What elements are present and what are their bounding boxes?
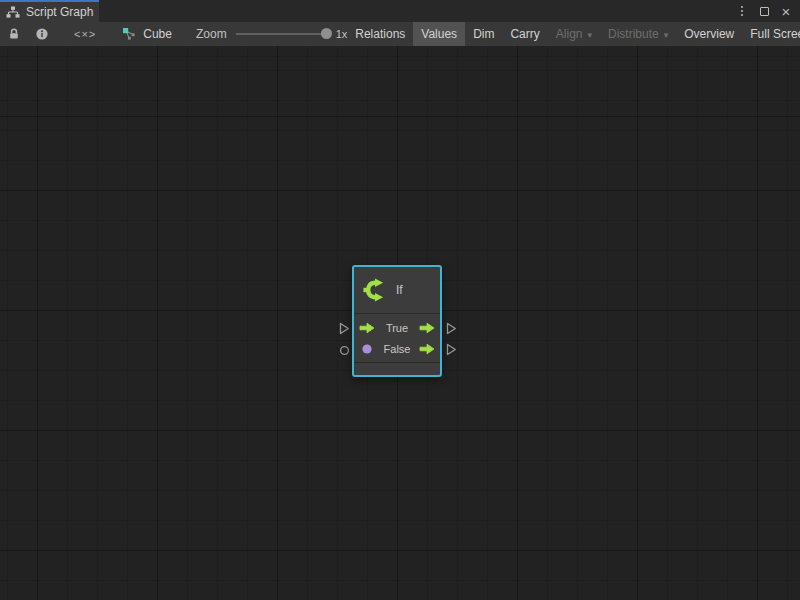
- overview-button[interactable]: Overview: [676, 22, 742, 46]
- code-preview-toggle[interactable]: <×>: [56, 22, 114, 46]
- titlebar-spacer: [99, 0, 734, 22]
- close-button[interactable]: ×: [778, 3, 794, 19]
- close-icon: ×: [782, 4, 791, 19]
- graph-hierarchy-icon: [6, 6, 20, 19]
- chevron-down-icon: ▾: [587, 30, 592, 40]
- zoom-label: Zoom: [196, 27, 227, 41]
- tab-script-graph[interactable]: Script Graph: [0, 0, 99, 22]
- lock-button[interactable]: [0, 22, 28, 46]
- align-dropdown[interactable]: Align ▾: [548, 22, 600, 46]
- if-node-footer: [354, 363, 440, 374]
- window-controls: ×: [734, 0, 800, 22]
- flow-output-socket-true[interactable]: [446, 322, 457, 335]
- align-label: Align: [556, 27, 583, 41]
- if-node[interactable]: If True: [352, 265, 442, 377]
- zoom-control: Zoom 1x: [196, 22, 347, 46]
- port-row-false: False: [359, 338, 435, 359]
- flow-input-port-icon[interactable]: [359, 322, 375, 334]
- relations-button[interactable]: Relations: [347, 22, 413, 46]
- values-button[interactable]: Values: [413, 22, 465, 46]
- info-button[interactable]: [28, 22, 56, 46]
- graph-toolbar: <×> Cube Zoom 1x Relations Values Dim Ca…: [0, 22, 800, 46]
- maximize-icon: [760, 7, 769, 16]
- zoom-value: 1x: [336, 28, 348, 40]
- node-title: If: [396, 283, 403, 297]
- carry-button[interactable]: Carry: [502, 22, 547, 46]
- full-screen-button[interactable]: Full Screen: [742, 22, 800, 46]
- boolean-input-socket[interactable]: [339, 345, 350, 356]
- maximize-button[interactable]: [756, 3, 772, 19]
- graph-target-icon: [122, 27, 136, 41]
- port-label-false: False: [375, 343, 419, 355]
- info-icon: [35, 27, 49, 41]
- dim-button[interactable]: Dim: [465, 22, 502, 46]
- branch-icon: [362, 277, 387, 303]
- graph-canvas[interactable]: If True: [0, 46, 800, 600]
- graph-target-button[interactable]: Cube: [114, 22, 180, 46]
- chevron-down-icon: ▾: [664, 30, 669, 40]
- flow-output-socket-false[interactable]: [446, 343, 457, 356]
- flow-output-port-icon-true[interactable]: [419, 322, 435, 334]
- graph-target-label: Cube: [143, 27, 172, 41]
- flow-input-socket[interactable]: [339, 322, 350, 335]
- zoom-slider-handle[interactable]: [321, 28, 332, 39]
- if-node-header[interactable]: If: [354, 267, 440, 313]
- port-row-true: True: [359, 317, 435, 338]
- window-menu-button[interactable]: [734, 3, 750, 19]
- if-node-body: True False: [354, 313, 440, 363]
- menu-dots-icon: [741, 6, 743, 16]
- flow-output-port-icon-false[interactable]: [419, 343, 435, 355]
- tab-label: Script Graph: [26, 5, 93, 19]
- lock-icon: [7, 27, 21, 41]
- port-label-true: True: [375, 322, 419, 334]
- distribute-label: Distribute: [608, 27, 659, 41]
- boolean-input-port-icon[interactable]: [359, 343, 375, 355]
- distribute-dropdown[interactable]: Distribute ▾: [600, 22, 676, 46]
- zoom-slider[interactable]: [236, 33, 330, 35]
- titlebar: Script Graph ×: [0, 0, 800, 22]
